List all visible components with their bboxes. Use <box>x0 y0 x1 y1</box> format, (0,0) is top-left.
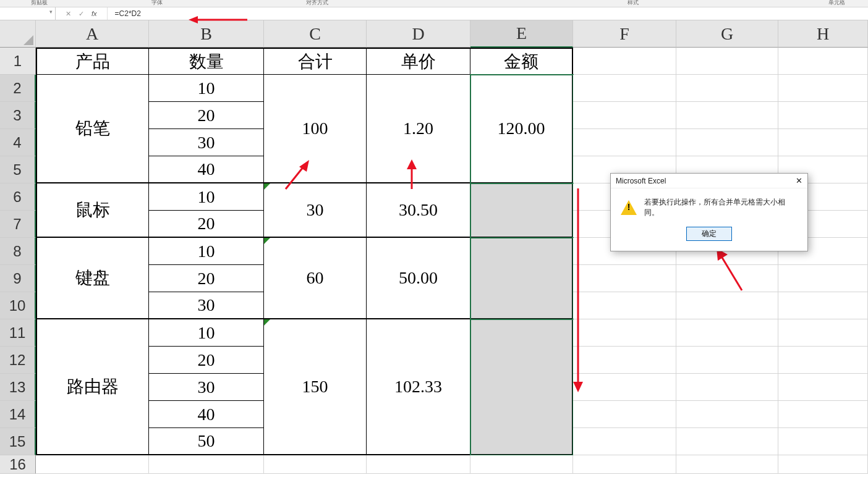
name-box[interactable] <box>0 7 56 20</box>
row-header-16[interactable]: 16 <box>0 455 36 474</box>
cell-G13[interactable] <box>676 374 778 401</box>
col-header-E[interactable]: E <box>470 20 573 48</box>
cell-C1[interactable]: 合计 <box>264 48 367 75</box>
cell-D8-10[interactable]: 50.00 <box>367 238 470 319</box>
cell-F14[interactable] <box>573 401 676 428</box>
cell-C8-10[interactable]: 60 <box>264 238 367 319</box>
cell-C11-15[interactable]: 150 <box>264 319 367 455</box>
fx-icon[interactable]: fx <box>91 10 97 17</box>
cell-A16[interactable] <box>36 455 149 474</box>
row-header-13[interactable]: 13 <box>0 374 36 401</box>
cell-H2[interactable] <box>778 75 868 102</box>
cell-G3[interactable] <box>676 102 778 129</box>
cell-E2-5[interactable]: 120.00 <box>470 75 573 183</box>
cell-H13[interactable] <box>778 374 868 401</box>
row-header-2[interactable]: 2 <box>0 75 36 102</box>
cell-F11[interactable] <box>573 319 676 347</box>
cell-E16[interactable] <box>470 455 573 474</box>
cell-G2[interactable] <box>676 75 778 102</box>
col-header-C[interactable]: C <box>264 20 367 48</box>
cell-B11[interactable]: 10 <box>149 319 264 347</box>
cell-G10[interactable] <box>676 292 778 319</box>
cell-F4[interactable] <box>573 129 676 156</box>
row-header-10[interactable]: 10 <box>0 292 36 319</box>
cell-B13[interactable]: 30 <box>149 374 264 401</box>
cell-B1[interactable]: 数量 <box>149 48 264 75</box>
cell-H11[interactable] <box>778 319 868 347</box>
cell-C6-7[interactable]: 30 <box>264 183 367 238</box>
cell-B10[interactable]: 30 <box>149 292 264 319</box>
cell-B7[interactable]: 20 <box>149 211 264 238</box>
cell-B14[interactable]: 40 <box>149 401 264 428</box>
cell-G14[interactable] <box>676 401 778 428</box>
cell-A6-7[interactable]: 鼠标 <box>36 183 149 238</box>
cell-C2-5[interactable]: 100 <box>264 75 367 183</box>
cell-A11-15[interactable]: 路由器 <box>36 319 149 455</box>
col-header-F[interactable]: F <box>573 20 676 48</box>
cell-G15[interactable] <box>676 428 778 455</box>
cell-H14[interactable] <box>778 401 868 428</box>
cell-D2-5[interactable]: 1.20 <box>367 75 470 183</box>
row-header-6[interactable]: 6 <box>0 183 36 211</box>
cell-A2-5[interactable]: 铅笔 <box>36 75 149 183</box>
row-header-12[interactable]: 12 <box>0 347 36 374</box>
cell-B6[interactable]: 10 <box>149 183 264 211</box>
formula-input[interactable]: =C2*D2 <box>108 7 868 20</box>
cancel-icon[interactable]: ✕ <box>66 10 71 18</box>
cell-E1[interactable]: 金额 <box>470 48 573 75</box>
cell-H15[interactable] <box>778 428 868 455</box>
cell-E8-10[interactable] <box>470 238 573 319</box>
enter-icon[interactable]: ✓ <box>79 10 84 18</box>
cell-A8-10[interactable]: 键盘 <box>36 238 149 319</box>
cell-G12[interactable] <box>676 347 778 374</box>
cell-F16[interactable] <box>573 455 676 474</box>
row-header-3[interactable]: 3 <box>0 102 36 129</box>
cell-F12[interactable] <box>573 347 676 374</box>
cell-B16[interactable] <box>149 455 264 474</box>
cell-H1[interactable] <box>778 48 868 75</box>
col-header-D[interactable]: D <box>367 20 470 48</box>
cell-D11-15[interactable]: 102.33 <box>367 319 470 455</box>
cell-F15[interactable] <box>573 428 676 455</box>
cell-G16[interactable] <box>676 455 778 474</box>
cell-G9[interactable] <box>676 265 778 292</box>
cell-D6-7[interactable]: 30.50 <box>367 183 470 238</box>
cell-C16[interactable] <box>264 455 367 474</box>
cell-E11-15[interactable] <box>470 319 573 455</box>
cell-E6-7[interactable] <box>470 183 573 238</box>
cell-B12[interactable]: 20 <box>149 347 264 374</box>
cell-D16[interactable] <box>367 455 470 474</box>
row-header-8[interactable]: 8 <box>0 238 36 265</box>
cell-B9[interactable]: 20 <box>149 265 264 292</box>
cell-H12[interactable] <box>778 347 868 374</box>
cell-B15[interactable]: 50 <box>149 428 264 455</box>
row-header-15[interactable]: 15 <box>0 428 36 455</box>
ok-button[interactable]: 确定 <box>686 227 732 241</box>
cell-A1[interactable]: 产品 <box>36 48 149 75</box>
cell-F9[interactable] <box>573 265 676 292</box>
col-header-A[interactable]: A <box>36 20 149 48</box>
cell-H3[interactable] <box>778 102 868 129</box>
cell-H10[interactable] <box>778 292 868 319</box>
row-header-1[interactable]: 1 <box>0 48 36 75</box>
row-header-9[interactable]: 9 <box>0 265 36 292</box>
col-header-H[interactable]: H <box>778 20 868 48</box>
row-header-5[interactable]: 5 <box>0 156 36 183</box>
row-header-4[interactable]: 4 <box>0 129 36 156</box>
cell-F13[interactable] <box>573 374 676 401</box>
cell-F1[interactable] <box>573 48 676 75</box>
select-all-corner[interactable] <box>0 20 36 48</box>
cell-G1[interactable] <box>676 48 778 75</box>
row-header-11[interactable]: 11 <box>0 319 36 347</box>
col-header-G[interactable]: G <box>676 20 778 48</box>
col-header-B[interactable]: B <box>149 20 264 48</box>
cell-B2[interactable]: 10 <box>149 75 264 102</box>
cell-D1[interactable]: 单价 <box>367 48 470 75</box>
cell-F2[interactable] <box>573 75 676 102</box>
close-icon[interactable]: ✕ <box>796 176 802 185</box>
cell-B3[interactable]: 20 <box>149 102 264 129</box>
cell-H9[interactable] <box>778 265 868 292</box>
cell-B4[interactable]: 30 <box>149 129 264 156</box>
cell-F10[interactable] <box>573 292 676 319</box>
row-header-7[interactable]: 7 <box>0 211 36 238</box>
